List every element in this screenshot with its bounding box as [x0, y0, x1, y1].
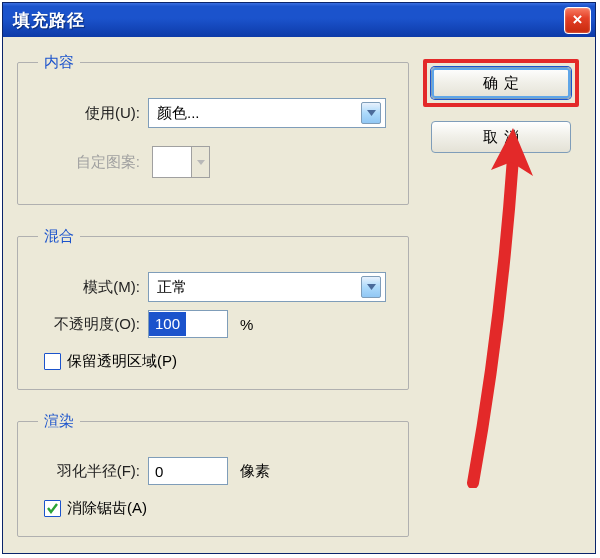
- main-column: 内容 使用(U): 颜色... 自定图案:: [17, 53, 409, 537]
- row-opacity: 不透明度(O): 100 %: [32, 310, 394, 338]
- label-use: 使用(U):: [32, 104, 148, 123]
- dialog-window: 填充路径 × 内容 使用(U): 颜色... 自定图案: [2, 2, 596, 554]
- label-opacity: 不透明度(O):: [32, 315, 148, 334]
- row-pattern: 自定图案:: [32, 146, 394, 178]
- legend-render: 渲染: [38, 412, 80, 431]
- checkbox-antialias[interactable]: [44, 500, 61, 517]
- select-use-value: 颜色...: [157, 104, 200, 123]
- row-use: 使用(U): 颜色...: [32, 98, 394, 128]
- select-mode[interactable]: 正常: [148, 272, 386, 302]
- title-text: 填充路径: [13, 9, 85, 32]
- row-feather: 羽化半径(F): 像素: [32, 457, 394, 485]
- cancel-button[interactable]: 取消: [431, 121, 571, 153]
- opacity-suffix: %: [228, 316, 253, 333]
- label-antialias[interactable]: 消除锯齿(A): [67, 499, 147, 518]
- legend-blend: 混合: [38, 227, 80, 246]
- label-preserve[interactable]: 保留透明区域(P): [67, 352, 177, 371]
- label-feather: 羽化半径(F):: [32, 462, 148, 481]
- select-use[interactable]: 颜色...: [148, 98, 386, 128]
- group-render: 渲染 羽化半径(F): 像素 消除锯齿(A): [17, 412, 409, 537]
- chevron-down-icon: [361, 102, 381, 124]
- client-area: 内容 使用(U): 颜色... 自定图案:: [3, 37, 595, 553]
- close-icon: ×: [573, 10, 583, 30]
- checkbox-preserve[interactable]: [44, 353, 61, 370]
- row-mode: 模式(M): 正常: [32, 272, 394, 302]
- group-content: 内容 使用(U): 颜色... 自定图案:: [17, 53, 409, 205]
- chevron-down-icon: [361, 276, 381, 298]
- group-blend: 混合 模式(M): 正常 不透明度(O): 100 %: [17, 227, 409, 390]
- pattern-swatch: [152, 146, 192, 178]
- ok-button[interactable]: 确定: [431, 67, 571, 99]
- feather-suffix: 像素: [228, 462, 270, 481]
- select-mode-value: 正常: [157, 278, 187, 297]
- row-antialias: 消除锯齿(A): [32, 499, 394, 518]
- input-feather[interactable]: [148, 457, 228, 485]
- close-button[interactable]: ×: [564, 7, 591, 34]
- row-preserve: 保留透明区域(P): [32, 352, 394, 371]
- pattern-picker: [152, 146, 210, 178]
- pattern-dropdown: [192, 146, 210, 178]
- label-mode: 模式(M):: [32, 278, 148, 297]
- legend-content: 内容: [38, 53, 80, 72]
- opacity-value: 100: [149, 312, 186, 336]
- input-opacity[interactable]: 100: [148, 310, 228, 338]
- side-column: 确定 取消: [421, 53, 581, 153]
- annotation-arrow: [461, 128, 561, 488]
- annotation-highlight: 确定: [423, 59, 579, 107]
- titlebar: 填充路径 ×: [3, 3, 595, 37]
- label-pattern: 自定图案:: [32, 153, 148, 172]
